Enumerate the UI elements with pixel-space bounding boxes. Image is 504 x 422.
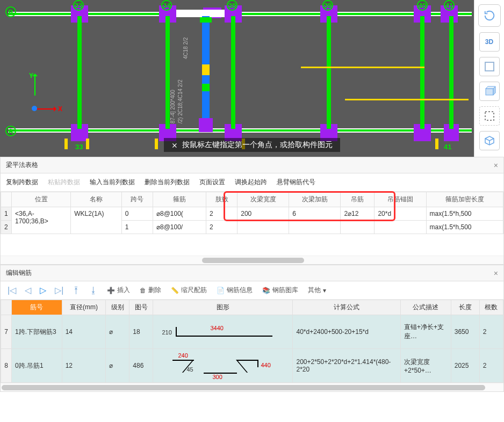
- col-anchor[interactable]: 吊筋锚固: [375, 192, 426, 207]
- axis-39: 39: [322, 0, 333, 11]
- annot-size: 87-4] 200*400: [170, 90, 176, 123]
- beam-table-panel: 梁平法表格 × 复制跨数据 粘贴跨数据 输入当前列数据 删除当前列数据 页面设置…: [0, 157, 504, 265]
- region-view-button[interactable]: [479, 106, 500, 126]
- annot-2c18: /2) 2C18;4C14 2/2: [177, 79, 183, 123]
- axis-33: 33: [73, 0, 84, 11]
- hint-text: 按鼠标左键指定第一个角点，或拾取构件图元: [182, 140, 333, 150]
- input-column-button[interactable]: 输入当前列数据: [90, 178, 135, 187]
- col-subw[interactable]: 次梁宽度: [237, 192, 289, 207]
- annot-4c18: 4C18 2/2: [183, 37, 189, 59]
- 3d-view-button[interactable]: 3D: [479, 32, 500, 52]
- insert-button[interactable]: ➕ 插入: [105, 285, 132, 296]
- axis-40: 40: [417, 0, 428, 11]
- col-hang[interactable]: 吊筋: [341, 192, 375, 207]
- hint-prev-icon[interactable]: ⨯: [171, 141, 178, 149]
- col-pos[interactable]: 位置: [12, 192, 71, 207]
- close-icon[interactable]: ×: [494, 269, 498, 278]
- nav-last-icon[interactable]: ▷|: [53, 285, 65, 295]
- rotate-view-button[interactable]: [478, 4, 501, 27]
- col-rebar-num[interactable]: 筋号: [12, 300, 62, 315]
- axis-B: B: [5, 6, 16, 17]
- axis-38: 38: [227, 0, 237, 11]
- col-legs[interactable]: 肢数: [206, 192, 237, 207]
- export-up-icon[interactable]: ⭱: [70, 286, 82, 295]
- cantilever-button[interactable]: 悬臂钢筋代号: [277, 178, 315, 187]
- axis-34: 34: [161, 0, 172, 11]
- export-down-icon[interactable]: ⭳: [88, 286, 99, 295]
- rebar-table[interactable]: 筋号 直径(mm) 级别 图号 图形 计算公式 公式描述 长度 根数 7 1跨.…: [1, 300, 503, 383]
- table-row[interactable]: 7 1跨.下部钢筋3 14 ⌀ 18 210 3440 40*d+2400+50…: [1, 315, 503, 349]
- rebar-shape-18: 210 3440: [156, 317, 289, 346]
- col-len[interactable]: 长度: [451, 300, 479, 315]
- col-desc[interactable]: 公式描述: [401, 300, 451, 315]
- top-view-button[interactable]: [479, 57, 500, 76]
- iso-view-button[interactable]: [479, 82, 500, 101]
- col-stirrup[interactable]: 箍筋: [153, 192, 206, 207]
- rebar-info-button[interactable]: 📄 钢筋信息: [214, 285, 255, 296]
- close-icon[interactable]: ×: [494, 161, 498, 170]
- nav-next-icon[interactable]: ▷: [38, 285, 48, 295]
- horizontal-scrollbar[interactable]: [1, 256, 503, 264]
- other-dropdown[interactable]: 其他 ▾: [306, 285, 328, 296]
- table-row[interactable]: 8 0跨.吊筋1 12 ⌀ 486 240 45 300: [1, 349, 503, 383]
- rebar-lib-button[interactable]: 📚 钢筋图库: [260, 285, 300, 296]
- rebar-shape-486: 240 45 300 440: [156, 351, 289, 380]
- col-qty[interactable]: 根数: [479, 300, 503, 315]
- col-span[interactable]: 跨号: [121, 192, 153, 207]
- col-grade[interactable]: 级别: [106, 300, 129, 315]
- col-fig[interactable]: 图号: [129, 300, 153, 315]
- drawing-canvas[interactable]: 4C18 2/2 87-4] 200*400 /2) 2C18;4C14 2/2…: [0, 0, 504, 157]
- svg-rect-0: [485, 62, 494, 71]
- copy-span-button[interactable]: 复制跨数据: [6, 178, 38, 187]
- edit-panel-title: 编辑钢筋: [6, 268, 32, 278]
- svg-rect-1: [486, 89, 493, 95]
- page-setup-button[interactable]: 页面设置: [199, 178, 225, 187]
- table-row[interactable]: 1 <36,A-1700;36,B> WKL2(1A) 0 ⌀8@100( 2 …: [1, 207, 503, 221]
- scale-rebar-button[interactable]: 📏 缩尺配筋: [169, 285, 209, 296]
- paste-span-button: 粘贴跨数据: [48, 178, 80, 187]
- col-subadd[interactable]: 次梁加筋: [289, 192, 341, 207]
- switch-span-button[interactable]: 调换起始跨: [235, 178, 267, 187]
- beam-toolbar: 复制跨数据 粘贴跨数据 输入当前列数据 删除当前列数据 页面设置 调换起始跨 悬…: [1, 173, 503, 192]
- delete-button[interactable]: 🗑 删除: [138, 285, 163, 296]
- edit-toolbar: |◁ ◁ ▷ ▷| ⭱ ⭳ ➕ 插入 🗑 删除 📏 缩尺配筋 📄 钢筋信息 📚 …: [1, 281, 503, 300]
- axis-A: A: [5, 126, 16, 136]
- view-toolbar: 3D: [474, 0, 504, 157]
- edit-rebar-panel: 编辑钢筋 × |◁ ◁ ▷ ▷| ⭱ ⭳ ➕ 插入 🗑 删除 📏 缩尺配筋 📄 …: [0, 265, 504, 392]
- col-dense[interactable]: 箍筋加密长度: [426, 192, 503, 207]
- horizontal-scrollbar[interactable]: [1, 383, 503, 391]
- beam-panel-title: 梁平法表格: [6, 161, 38, 170]
- col-dia[interactable]: 直径(mm): [62, 300, 106, 315]
- nav-first-icon[interactable]: |◁: [6, 285, 18, 295]
- nav-prev-icon[interactable]: ◁: [23, 285, 33, 295]
- svg-rect-4: [485, 112, 494, 120]
- axis-41: 41: [444, 0, 455, 11]
- col-formula[interactable]: 计算公式: [293, 300, 401, 315]
- delete-column-button[interactable]: 删除当前列数据: [145, 178, 190, 187]
- col-shape[interactable]: 图形: [153, 300, 293, 315]
- beam-table[interactable]: 位置 名称 跨号 箍筋 肢数 次梁宽度 次梁加筋 吊筋 吊筋锚固 箍筋加密长度 …: [1, 192, 503, 234]
- col-name[interactable]: 名称: [71, 192, 121, 207]
- component-view-button[interactable]: [479, 131, 500, 150]
